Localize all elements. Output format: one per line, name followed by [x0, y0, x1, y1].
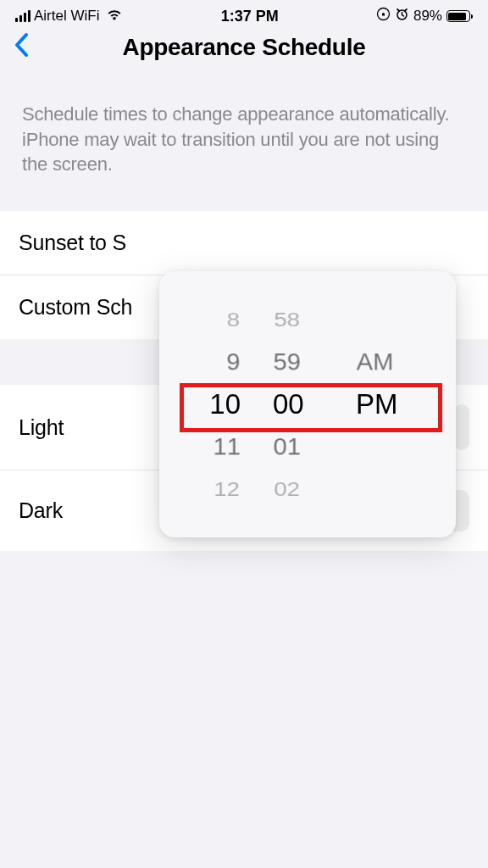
status-left: Airtel WiFi: [15, 8, 123, 25]
hour-option[interactable]: 12: [214, 472, 240, 506]
wifi-icon: [106, 8, 123, 25]
page-title: Appearance Schedule: [10, 34, 478, 61]
status-time: 1:37 PM: [221, 8, 279, 25]
dark-label: Dark: [19, 498, 63, 523]
option-label: Sunset to S: [19, 231, 126, 255]
carrier-label: Airtel WiFi: [34, 8, 99, 25]
minute-option[interactable]: 59: [274, 342, 301, 382]
alarm-icon: [395, 7, 409, 25]
hour-option[interactable]: 11: [213, 427, 240, 467]
back-button[interactable]: [14, 31, 30, 64]
minute-wheel[interactable]: 58 59 00 01 02: [269, 271, 346, 537]
hour-option[interactable]: 9: [227, 342, 241, 382]
minute-option-selected[interactable]: 00: [273, 383, 304, 426]
ampm-option[interactable]: AM: [357, 342, 394, 382]
description-text: Schedule times to change appearance auto…: [0, 76, 488, 211]
light-label: Light: [19, 415, 64, 440]
ampm-wheel[interactable]: AM PM: [346, 271, 422, 537]
hour-option[interactable]: 8: [227, 303, 240, 337]
status-right: 89%: [376, 7, 473, 25]
ampm-option-selected[interactable]: PM: [356, 383, 398, 426]
sunset-to-sunrise-option[interactable]: Sunset to S: [0, 211, 488, 275]
minute-option[interactable]: 58: [274, 303, 300, 337]
lock-rotation-icon: [376, 7, 391, 25]
hour-wheel[interactable]: 8 9 10 11 12: [193, 271, 269, 537]
minute-option[interactable]: 02: [274, 472, 300, 506]
time-picker-popover: 8 9 10 11 12 58 59 00 01 02 AM PM: [159, 271, 456, 537]
nav-header: Appearance Schedule: [0, 29, 488, 76]
status-bar: Airtel WiFi 1:37 PM 89%: [0, 0, 488, 29]
option-label: Custom Sch: [19, 295, 132, 320]
battery-icon: [446, 10, 473, 22]
battery-percent: 89%: [413, 8, 442, 25]
hour-option-selected[interactable]: 10: [209, 383, 241, 426]
light-time-value[interactable]: [454, 404, 469, 450]
minute-option[interactable]: 01: [274, 427, 301, 467]
signal-icon: [15, 10, 30, 22]
